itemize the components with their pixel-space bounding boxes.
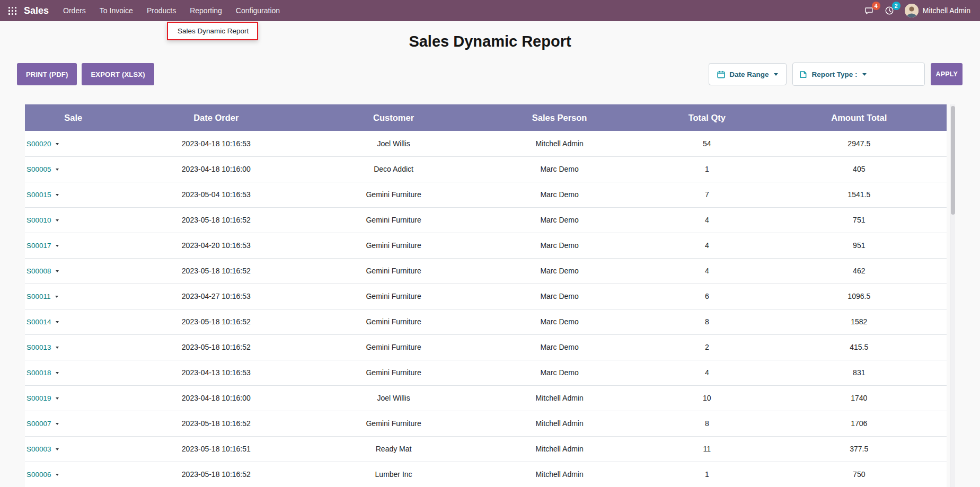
menu-products[interactable]: Products	[140, 0, 183, 21]
sale-order-link[interactable]: S00014	[27, 318, 51, 326]
chevron-down-icon	[56, 194, 59, 196]
total-qty-cell: 10	[642, 385, 771, 411]
sale-cell: S00020	[25, 131, 122, 156]
report-type-label: Report Type :	[811, 70, 857, 78]
chevron-down-icon	[56, 245, 59, 247]
total-qty-cell: 2	[642, 334, 771, 360]
sale-dropdown-toggle[interactable]	[53, 445, 59, 453]
sales-person-cell: Mitchell Admin	[476, 131, 642, 156]
amount-total-cell: 831	[772, 360, 947, 385]
table-row: S00010 2023-05-18 10:16:52 Gemini Furnit…	[25, 207, 947, 233]
sale-dropdown-toggle[interactable]	[53, 267, 59, 275]
sale-order-link[interactable]: S00003	[27, 445, 51, 453]
table-row: S00011 2023-04-27 10:16:53 Gemini Furnit…	[25, 284, 947, 309]
customer-cell: Gemini Furniture	[311, 207, 476, 233]
customer-cell: Gemini Furniture	[311, 258, 476, 284]
sale-dropdown-toggle[interactable]	[53, 317, 59, 326]
table-row: S00003 2023-05-18 10:16:51 Ready Mat Mit…	[25, 436, 947, 462]
user-menu[interactable]: Mitchell Admin	[905, 4, 970, 17]
total-qty-cell: 4	[642, 207, 771, 233]
apply-button[interactable]: APPLY	[931, 63, 963, 85]
sale-order-link[interactable]: S00007	[27, 420, 51, 428]
report-type-dropdown[interactable]: Report Type :	[793, 63, 873, 85]
sale-order-link[interactable]: S00013	[27, 343, 51, 351]
date-order-cell: 2023-05-18 10:16:52	[122, 309, 311, 334]
messages-badge: 4	[872, 2, 880, 10]
sale-order-link[interactable]: S00017	[27, 242, 51, 250]
sale-order-link[interactable]: S00020	[27, 140, 51, 148]
sale-dropdown-toggle[interactable]	[53, 139, 59, 148]
date-order-cell: 2023-04-13 10:16:53	[122, 360, 311, 385]
sale-order-link[interactable]: S00015	[27, 191, 51, 199]
sale-dropdown-toggle[interactable]	[53, 241, 59, 250]
amount-total-cell: 1706	[772, 411, 947, 436]
sale-order-link[interactable]: S00019	[27, 394, 51, 402]
amount-total-cell: 751	[772, 207, 947, 233]
table-row: S00020 2023-04-18 10:16:53 Joel Willis M…	[25, 131, 947, 156]
menu-to-invoice[interactable]: To Invoice	[93, 0, 140, 21]
sale-dropdown-toggle[interactable]	[53, 165, 59, 173]
sale-dropdown-toggle[interactable]	[53, 343, 59, 351]
chevron-down-icon	[56, 270, 59, 272]
sale-cell: S00017	[25, 233, 122, 258]
menu-item-sales-dynamic-report[interactable]: Sales Dynamic Report	[168, 23, 257, 39]
column-header-customer: Customer	[311, 104, 476, 131]
apps-menu-icon[interactable]	[6, 5, 19, 17]
date-order-cell: 2023-05-18 10:16:52	[122, 207, 311, 233]
chevron-down-icon	[56, 372, 59, 374]
chevron-down-icon	[56, 169, 59, 171]
date-order-cell: 2023-04-18 10:16:53	[122, 131, 311, 156]
chevron-down-icon	[862, 73, 867, 76]
date-order-cell: 2023-05-18 10:16:52	[122, 411, 311, 436]
total-qty-cell: 4	[642, 360, 771, 385]
table-row: S00007 2023-05-18 10:16:52 Gemini Furnit…	[25, 411, 947, 436]
sale-dropdown-toggle[interactable]	[53, 419, 59, 428]
sales-person-cell: Marc Demo	[476, 284, 642, 309]
filters: Date Range Report Type : APPLY	[709, 63, 963, 86]
sale-cell: S00003	[25, 436, 122, 462]
sales-person-cell: Marc Demo	[476, 156, 642, 182]
sale-cell: S00018	[25, 360, 122, 385]
messages-button[interactable]: 4	[864, 6, 874, 15]
sale-order-link[interactable]: S00005	[27, 165, 51, 173]
scrollbar-thumb[interactable]	[951, 106, 955, 215]
sale-dropdown-toggle[interactable]	[53, 368, 59, 377]
amount-total-cell: 377.5	[772, 436, 947, 462]
sale-dropdown-toggle[interactable]	[52, 292, 58, 300]
page: Sales Orders To Invoice Products Reporti…	[0, 0, 980, 487]
date-range-dropdown[interactable]: Date Range	[709, 63, 787, 85]
menu-orders[interactable]: Orders	[56, 0, 93, 21]
total-qty-cell: 8	[642, 309, 771, 334]
menu-reporting[interactable]: Reporting	[183, 0, 229, 21]
table-row: S00008 2023-05-18 10:16:52 Gemini Furnit…	[25, 258, 947, 284]
sale-cell: S00007	[25, 411, 122, 436]
sales-person-cell: Mitchell Admin	[476, 385, 642, 411]
sales-person-cell: Mitchell Admin	[476, 411, 642, 436]
sale-dropdown-toggle[interactable]	[53, 394, 59, 402]
amount-total-cell: 951	[772, 233, 947, 258]
total-qty-cell: 1	[642, 462, 771, 487]
reporting-dropdown: Sales Dynamic Report	[167, 22, 258, 40]
customer-cell: Ready Mat	[311, 436, 476, 462]
sale-dropdown-toggle[interactable]	[53, 470, 59, 479]
customer-cell: Gemini Furniture	[311, 182, 476, 207]
customer-cell: Joel Willis	[311, 385, 476, 411]
sale-order-link[interactable]: S00008	[27, 267, 51, 275]
export-xlsx-button[interactable]: EXPORT (XLSX)	[82, 63, 154, 85]
date-order-cell: 2023-05-18 10:16:51	[122, 436, 311, 462]
print-pdf-button[interactable]: PRINT (PDF)	[17, 63, 77, 85]
date-order-cell: 2023-04-27 10:16:53	[122, 284, 311, 309]
menu-configuration[interactable]: Configuration	[229, 0, 287, 21]
app-brand[interactable]: Sales	[24, 5, 49, 16]
sale-dropdown-toggle[interactable]	[53, 190, 59, 199]
activities-button[interactable]: 2	[885, 6, 894, 15]
sale-order-link[interactable]: S00011	[27, 293, 51, 300]
sale-order-link[interactable]: S00010	[27, 216, 51, 224]
table-scrollbar[interactable]	[950, 104, 955, 487]
sale-dropdown-toggle[interactable]	[53, 216, 59, 224]
table-row: S00017 2023-04-20 10:16:53 Gemini Furnit…	[25, 233, 947, 258]
sales-person-cell: Marc Demo	[476, 360, 642, 385]
sale-order-link[interactable]: S00006	[27, 471, 51, 479]
sale-order-link[interactable]: S00018	[27, 369, 51, 377]
amount-total-cell: 462	[772, 258, 947, 284]
